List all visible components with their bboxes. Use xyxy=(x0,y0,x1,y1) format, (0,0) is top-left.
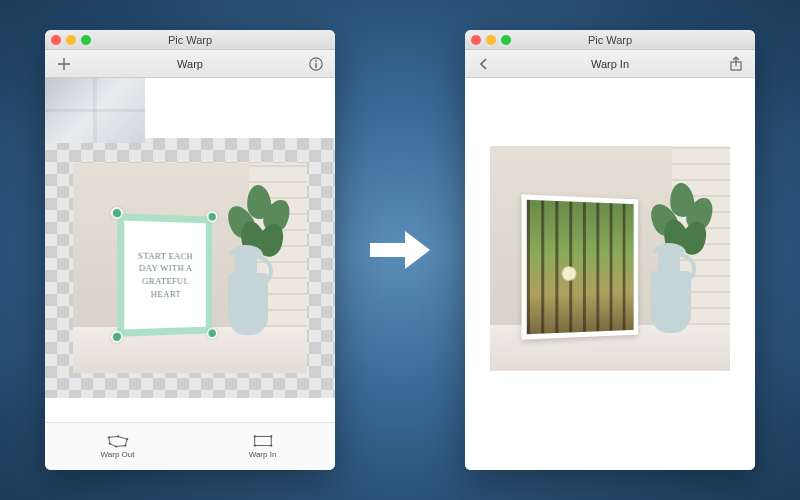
arrow-icon xyxy=(365,225,435,275)
editing-image[interactable]: START EACH DAY WITH A GRATEFUL HEART xyxy=(73,163,307,373)
svg-point-12 xyxy=(253,444,255,446)
help-button[interactable] xyxy=(307,55,325,73)
traffic-lights xyxy=(471,35,511,45)
titlebar[interactable]: Pic Warp xyxy=(45,30,335,50)
svg-rect-9 xyxy=(254,436,271,445)
info-icon xyxy=(308,56,324,72)
svg-point-13 xyxy=(270,444,272,446)
svg-point-10 xyxy=(253,435,255,437)
result-area xyxy=(465,78,755,470)
close-icon[interactable] xyxy=(471,35,481,45)
add-button[interactable] xyxy=(55,55,73,73)
minimize-icon[interactable] xyxy=(66,35,76,45)
svg-rect-2 xyxy=(315,63,316,68)
svg-point-3 xyxy=(107,436,109,438)
jug xyxy=(220,240,275,335)
canvas-area[interactable]: START EACH DAY WITH A GRATEFUL HEART xyxy=(45,78,335,422)
framed-sign: START EACH DAY WITH A GRATEFUL HEART xyxy=(117,213,212,337)
toolbar-title: Warp In xyxy=(465,58,755,70)
warp-selection[interactable]: START EACH DAY WITH A GRATEFUL HEART xyxy=(117,213,212,337)
tab-warp-in[interactable]: Warp In xyxy=(190,423,335,470)
chevron-left-icon xyxy=(476,56,492,72)
jug xyxy=(643,238,698,333)
share-icon xyxy=(728,56,744,72)
tab-warp-out[interactable]: Warp Out xyxy=(45,423,190,470)
warp-handle-top-left[interactable] xyxy=(111,207,123,220)
minimize-icon[interactable] xyxy=(486,35,496,45)
warped-result-frame xyxy=(522,194,639,339)
svg-point-5 xyxy=(126,438,128,440)
svg-point-7 xyxy=(115,445,117,447)
toolbar: Warp In xyxy=(465,50,755,78)
svg-point-4 xyxy=(116,435,118,437)
toolbar: Warp xyxy=(45,50,335,78)
result-image xyxy=(490,146,730,371)
share-button[interactable] xyxy=(727,55,745,73)
svg-point-8 xyxy=(108,443,110,445)
svg-point-1 xyxy=(315,60,317,62)
svg-point-6 xyxy=(124,444,126,446)
footer-tabs: Warp Out Warp In xyxy=(45,422,335,470)
traffic-lights xyxy=(51,35,91,45)
left-window: Pic Warp Warp START EACH DAY WITH A GRAT… xyxy=(45,30,335,470)
back-button[interactable] xyxy=(475,55,493,73)
warp-handle-top-right[interactable] xyxy=(207,211,218,223)
zoom-icon[interactable] xyxy=(81,35,91,45)
warp-in-icon xyxy=(252,434,274,448)
tab-warp-out-label: Warp Out xyxy=(101,450,135,459)
titlebar[interactable]: Pic Warp xyxy=(465,30,755,50)
source-thumbnail[interactable] xyxy=(45,78,145,143)
right-window: Pic Warp Warp In xyxy=(465,30,755,470)
sign-text: START EACH DAY WITH A GRATEFUL HEART xyxy=(130,249,200,300)
plus-icon xyxy=(56,56,72,72)
close-icon[interactable] xyxy=(51,35,61,45)
tab-warp-in-label: Warp In xyxy=(249,450,277,459)
warp-out-icon xyxy=(107,434,129,448)
svg-point-11 xyxy=(270,435,272,437)
zoom-icon[interactable] xyxy=(501,35,511,45)
forest-photo xyxy=(522,194,639,339)
toolbar-title: Warp xyxy=(45,58,335,70)
